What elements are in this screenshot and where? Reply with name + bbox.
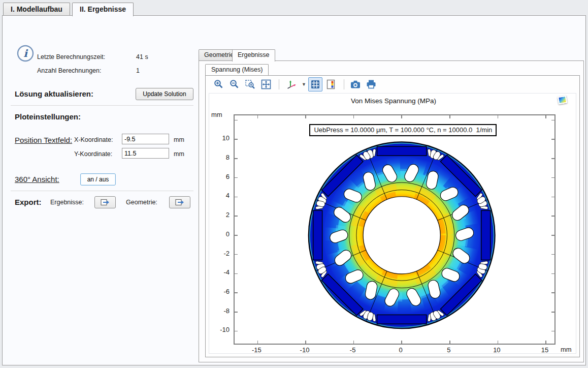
y-tick-mark (551, 120, 554, 121)
zoom-out-icon[interactable] (227, 77, 242, 91)
computation-count-label: Anzahl Berechnungen: (37, 67, 101, 74)
y-tick-mark (235, 292, 238, 293)
x-tick-mark (353, 341, 354, 344)
last-computation-value: 41 s (136, 53, 148, 60)
color-legend-icon[interactable] (324, 77, 338, 91)
spannung-mises-panel: ▼ (205, 75, 580, 357)
x-tick-label: -15 (248, 346, 265, 354)
y-tick-label: 4 (213, 192, 230, 199)
plot-annotation: UebPress = 10.0000 μm, T = 100.000 °C, n… (309, 124, 497, 136)
x-tick-mark (257, 115, 258, 118)
y-unit-label: mm (174, 150, 184, 158)
x-tick-label: 15 (536, 346, 553, 354)
x-unit-label: mm (174, 136, 184, 143)
x-tick-label: 10 (488, 346, 505, 354)
update-solution-button[interactable]: Update Solution (136, 88, 193, 100)
x-tick-label: 5 (440, 346, 458, 354)
grid-toggle-icon[interactable] (308, 77, 322, 91)
x-tick-label: -5 (344, 346, 362, 354)
y-axis-unit: mm (211, 111, 222, 118)
x-tick-mark (498, 341, 499, 344)
x-coordinate-input[interactable] (122, 134, 169, 144)
y-tick-label: 0 (213, 230, 230, 238)
export-results-button[interactable] (94, 196, 116, 208)
x-tick-mark (498, 115, 499, 118)
textfield-position-heading: Position Textfeld: (15, 136, 72, 144)
x-axis-unit: mm (561, 346, 572, 353)
y-tick-label: 10 (213, 134, 230, 142)
export-results-label: Ergebnisse: (50, 199, 84, 206)
x-tick-mark (305, 115, 306, 118)
x-tick-mark (305, 341, 306, 344)
plot-area[interactable]: Von Mises Spannung (MPa) mm UebPress = 1… (209, 93, 576, 354)
tab-spannung-mises[interactable]: Spannung (Mises) (205, 64, 269, 75)
y-tick-mark (235, 331, 238, 332)
info-icon: i (17, 45, 34, 62)
y-tick-label: 2 (213, 211, 230, 219)
y-tick-mark (551, 158, 554, 159)
x-tick-mark (545, 341, 546, 344)
tab-modellaufbau[interactable]: I. Modellaufbau (3, 3, 70, 16)
zoom-extents-icon[interactable] (259, 77, 273, 91)
y-tick-mark (551, 292, 554, 293)
export-icon (175, 199, 184, 206)
y-tick-mark (235, 216, 238, 217)
export-geometry-label: Geometrie: (126, 199, 157, 206)
plot-settings-heading: Ploteinstellungen: (15, 112, 81, 121)
y-tick-label: -4 (213, 268, 230, 276)
y-tick-mark (235, 197, 238, 198)
x-coordinate-label: X-Koordinate: (74, 136, 113, 143)
y-tick-mark (551, 331, 554, 332)
toolbar-separator (344, 79, 344, 89)
y-tick-label: -10 (213, 326, 230, 333)
y-tick-mark (235, 139, 238, 140)
tab-ergebnisse[interactable]: II. Ergebnisse (72, 3, 134, 16)
x-tick-label: -10 (296, 346, 313, 354)
y-tick-mark (551, 254, 554, 255)
plot-title: Von Mises Spannung (MPa) (234, 97, 553, 105)
x-tick-mark (449, 115, 450, 118)
y-tick-label: 8 (213, 154, 230, 161)
view-orientation-icon[interactable] (283, 77, 300, 91)
plot-frame (234, 114, 556, 345)
tab-ergebnisse-graphics[interactable]: Ergebnisse (232, 49, 275, 62)
y-tick-mark (551, 235, 554, 236)
export-geometry-button[interactable] (169, 196, 190, 208)
y-coordinate-label: Y-Koordinate: (74, 150, 112, 158)
y-tick-label: -2 (213, 250, 230, 257)
solution-heading: Lösung aktualisieren: (15, 89, 93, 98)
y-tick-mark (235, 254, 238, 255)
y-tick-label: -8 (213, 307, 230, 315)
y-tick-mark (551, 216, 554, 217)
results-tab-panel: Spannung (Mises) (199, 60, 584, 362)
x-tick-mark (545, 115, 546, 118)
x-tick-mark (401, 341, 402, 344)
toolbar-separator (279, 79, 279, 89)
section-divider (11, 105, 193, 106)
computation-count-value: 1 (136, 67, 140, 74)
zoom-box-icon[interactable] (243, 77, 257, 91)
x-tick-mark (353, 115, 354, 118)
y-tick-mark (235, 120, 238, 121)
y-tick-mark (551, 273, 554, 274)
export-icon (101, 199, 110, 206)
y-tick-label: 6 (213, 173, 230, 180)
y-tick-mark (551, 312, 554, 313)
section-divider (11, 191, 193, 191)
x-tick-mark (257, 341, 258, 344)
x-tick-mark (449, 341, 450, 344)
y-tick-mark (235, 312, 238, 313)
y-tick-mark (551, 139, 554, 140)
view-360-toggle-button[interactable]: an / aus (80, 173, 116, 186)
print-icon[interactable] (364, 77, 378, 91)
chevron-down-icon[interactable]: ▼ (302, 82, 306, 87)
image-snapshot-icon[interactable] (348, 77, 363, 91)
view-360-heading: 360° Ansicht: (15, 175, 59, 183)
y-tick-mark (235, 177, 238, 178)
y-tick-mark (235, 273, 238, 274)
rotor-plot[interactable] (235, 115, 554, 344)
plot-thumbnail-icon[interactable] (558, 96, 567, 104)
export-heading: Export: (15, 198, 42, 206)
zoom-in-icon[interactable] (212, 77, 226, 91)
y-coordinate-input[interactable] (122, 148, 169, 159)
